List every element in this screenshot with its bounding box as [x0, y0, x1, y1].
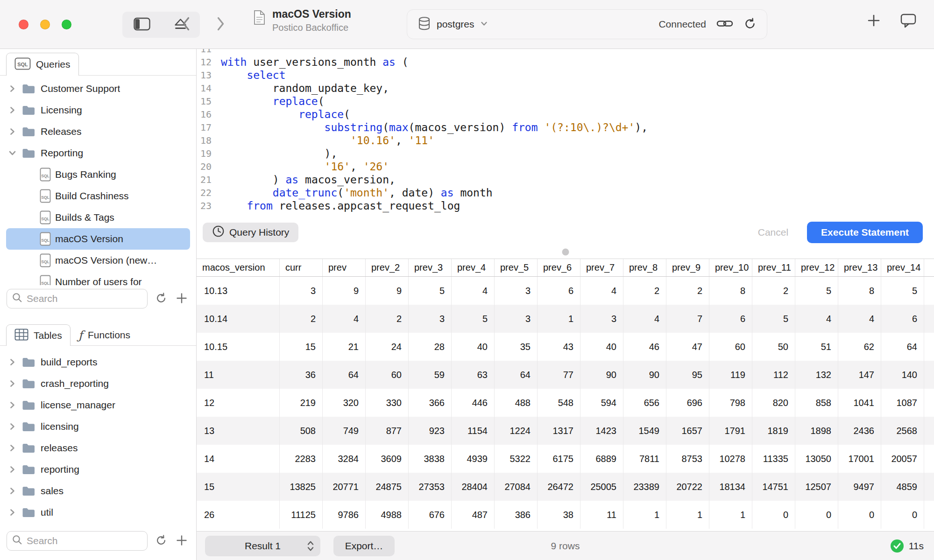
cell[interactable]: 11125 — [280, 501, 323, 529]
column-header[interactable]: macos_version — [197, 259, 280, 276]
cell[interactable]: 140 — [881, 361, 924, 389]
pane-splitter[interactable] — [197, 245, 934, 259]
cell[interactable]: 27353 — [409, 473, 452, 501]
cell-macos-version[interactable]: 11 — [197, 361, 280, 389]
cell[interactable]: 0 — [881, 501, 924, 529]
column-header[interactable]: prev_14 — [881, 259, 924, 276]
cell[interactable]: 60 — [709, 333, 752, 361]
cell[interactable]: 3 — [409, 305, 452, 333]
cell[interactable]: 1224 — [495, 417, 538, 445]
queries-tree-item[interactable]: Customer Support — [0, 78, 196, 99]
toggle-sidebar-button[interactable] — [122, 12, 161, 38]
sql-editor[interactable]: 1112with user_versions_month as (13 sele… — [197, 49, 934, 219]
cell[interactable]: 8 — [838, 277, 881, 305]
cell[interactable]: 20722 — [666, 473, 709, 501]
cell[interactable]: 6175 — [538, 445, 580, 473]
cell[interactable]: 43 — [538, 333, 580, 361]
cell[interactable]: 24875 — [366, 473, 409, 501]
cell[interactable]: 8753 — [666, 445, 709, 473]
cell[interactable]: 8 — [709, 277, 752, 305]
minimize-window-button[interactable] — [40, 20, 50, 29]
back-button[interactable] — [177, 15, 195, 34]
cell[interactable]: 3609 — [366, 445, 409, 473]
cell[interactable]: 1898 — [795, 417, 838, 445]
queries-tree-item[interactable]: SQLNumber of users for — [0, 271, 196, 285]
cell[interactable]: 2 — [666, 277, 709, 305]
add-button[interactable] — [867, 14, 881, 29]
chevron-right-icon[interactable] — [9, 508, 16, 517]
cell[interactable]: 24 — [366, 333, 409, 361]
cell[interactable]: 9 — [323, 277, 366, 305]
cell[interactable]: 1 — [666, 501, 709, 529]
cell[interactable]: 119 — [709, 361, 752, 389]
refresh-queries-button[interactable] — [154, 292, 168, 306]
tables-tree-item[interactable]: sales — [0, 480, 196, 502]
cell[interactable]: 17001 — [838, 445, 881, 473]
cell[interactable]: 36 — [280, 361, 323, 389]
chevron-right-icon[interactable] — [9, 487, 16, 495]
column-header[interactable]: prev_12 — [795, 259, 838, 276]
cell[interactable]: 4 — [580, 277, 623, 305]
cell[interactable]: 3838 — [409, 445, 452, 473]
cell[interactable]: 51 — [795, 333, 838, 361]
cell[interactable]: 366 — [409, 389, 452, 417]
cell[interactable]: 820 — [752, 389, 795, 417]
cell[interactable]: 64 — [323, 361, 366, 389]
cell-macos-version[interactable]: 15 — [197, 473, 280, 501]
cell-macos-version[interactable]: 14 — [197, 445, 280, 473]
cell[interactable]: 1 — [538, 305, 580, 333]
cell-macos-version[interactable]: 10.14 — [197, 305, 280, 333]
cell[interactable]: 60 — [366, 361, 409, 389]
cell[interactable]: 386 — [495, 501, 538, 529]
cell[interactable]: 13825 — [280, 473, 323, 501]
cell[interactable]: 40 — [452, 333, 495, 361]
chevron-right-icon[interactable] — [9, 127, 16, 136]
cell-macos-version[interactable]: 10.15 — [197, 333, 280, 361]
add-table-button[interactable] — [175, 534, 189, 548]
cell[interactable]: 112 — [752, 361, 795, 389]
cell[interactable]: 7 — [666, 305, 709, 333]
refresh-tables-button[interactable] — [154, 534, 168, 548]
cell[interactable]: 3 — [280, 277, 323, 305]
queries-tree-item[interactable]: SQLBuild Crashiness — [0, 185, 196, 207]
cell[interactable]: 446 — [452, 389, 495, 417]
cell[interactable]: 0 — [838, 501, 881, 529]
splitter-handle-icon[interactable] — [562, 249, 569, 256]
cell[interactable]: 13050 — [795, 445, 838, 473]
cell[interactable]: 95 — [666, 361, 709, 389]
query-history-button[interactable]: Query History — [203, 223, 298, 242]
cancel-button[interactable]: Cancel — [758, 227, 788, 238]
queries-tree-item[interactable]: Releases — [0, 121, 196, 142]
cell[interactable]: 1423 — [580, 417, 623, 445]
cell[interactable]: 3 — [495, 305, 538, 333]
chevron-right-icon[interactable] — [9, 106, 16, 114]
chevron-right-icon[interactable] — [9, 379, 16, 388]
cell[interactable]: 4859 — [881, 473, 924, 501]
tables-tree-item[interactable]: build_reports — [0, 351, 196, 373]
cell[interactable]: 508 — [280, 417, 323, 445]
cell[interactable]: 6 — [538, 277, 580, 305]
cell[interactable]: 50 — [752, 333, 795, 361]
cell[interactable]: 38 — [538, 501, 580, 529]
cell[interactable]: 3284 — [323, 445, 366, 473]
tab-tables[interactable]: Tables — [6, 324, 71, 346]
column-header[interactable]: prev_3 — [409, 259, 452, 276]
cell[interactable]: 4 — [452, 277, 495, 305]
cell[interactable]: 858 — [795, 389, 838, 417]
column-header[interactable]: prev_8 — [623, 259, 666, 276]
cell[interactable]: 35 — [495, 333, 538, 361]
cell[interactable]: 656 — [623, 389, 666, 417]
result-selector[interactable]: Result 1 — [205, 536, 320, 556]
chevron-right-icon[interactable] — [9, 444, 16, 452]
column-header[interactable]: curr — [280, 259, 323, 276]
cell[interactable]: 7811 — [623, 445, 666, 473]
tables-search-input[interactable] — [27, 535, 142, 546]
queries-tree-item[interactable]: SQLBugs Ranking — [0, 164, 196, 185]
cell[interactable]: 6 — [709, 305, 752, 333]
reconnect-button[interactable] — [743, 17, 757, 32]
cell[interactable]: 9497 — [838, 473, 881, 501]
add-query-button[interactable] — [175, 292, 189, 306]
chevron-right-icon[interactable] — [9, 84, 16, 93]
zoom-window-button[interactable] — [62, 20, 71, 29]
queries-tree-item[interactable]: SQLmacOS Version (new… — [0, 250, 196, 271]
